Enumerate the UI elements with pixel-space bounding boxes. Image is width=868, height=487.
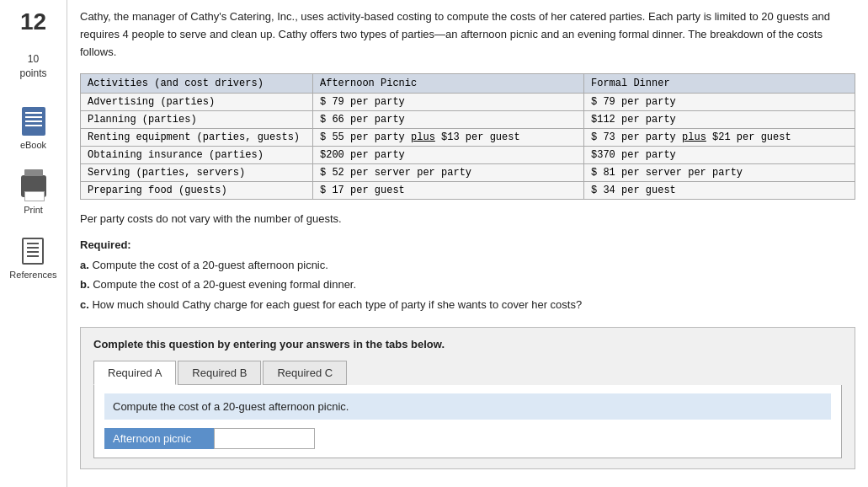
answer-input[interactable]: [214, 428, 315, 449]
sidebar-item-ebook[interactable]: eBook: [19, 106, 49, 150]
table-header-activity: Activities (and cost drivers): [81, 74, 313, 94]
complete-box-title: Complete this question by entering your …: [93, 338, 842, 351]
required-a-label: a.: [80, 259, 89, 271]
complete-question-box: Complete this question by entering your …: [80, 327, 855, 469]
tab-instruction: Compute the cost of a 20-guest afternoon…: [104, 393, 831, 420]
tab-required-c[interactable]: Required C: [263, 361, 347, 385]
references-label: References: [9, 270, 56, 280]
table-cell-activity: Planning (parties): [81, 111, 313, 129]
table-cell-afternoon: $ 66 per party: [313, 111, 584, 129]
table-cell-activity: Renting equipment (parties, guests): [81, 129, 313, 147]
table-cell-activity: Serving (parties, servers): [81, 164, 313, 182]
tab-required-a[interactable]: Required A: [93, 361, 176, 385]
answer-label: Afternoon picnic: [104, 428, 214, 449]
main-content: Cathy, the manager of Cathy's Catering, …: [67, 0, 868, 487]
sidebar: 12 10 points eBook Print References: [0, 0, 67, 487]
required-a-text: Compute the cost of a 20-guest afternoon…: [92, 259, 327, 271]
print-icon: [19, 171, 49, 201]
sidebar-item-print[interactable]: Print: [19, 171, 49, 215]
question-text: Cathy, the manager of Cathy's Catering, …: [80, 8, 855, 61]
question-number: 12: [20, 8, 46, 35]
table-header-formal: Formal Dinner: [584, 74, 855, 94]
table-cell-afternoon: $ 55 per party plus $13 per guest: [313, 129, 584, 147]
required-c-text: How much should Cathy charge for each gu…: [92, 298, 582, 311]
required-c-label: c.: [80, 298, 89, 311]
table-cell-formal: $ 79 per party: [584, 94, 855, 111]
table-cell-afternoon: $ 52 per server per party: [313, 164, 584, 182]
table-cell-afternoon: $ 17 per guest: [313, 182, 584, 200]
required-b-label: b.: [80, 278, 90, 291]
tab-content: Compute the cost of a 20-guest afternoon…: [93, 385, 842, 458]
cost-table: Activities (and cost drivers) Afternoon …: [80, 73, 855, 200]
ebook-icon: [19, 106, 49, 136]
per-party-note: Per party costs do not vary with the num…: [80, 212, 855, 225]
table-cell-activity: Preparing food (guests): [81, 182, 313, 200]
print-label: Print: [24, 205, 43, 215]
tab-required-b[interactable]: Required B: [178, 361, 261, 385]
table-cell-formal: $ 34 per guest: [584, 182, 855, 200]
table-cell-formal: $112 per party: [584, 111, 855, 129]
points-label: 10 points: [19, 52, 46, 81]
table-cell-formal: $ 81 per server per party: [584, 164, 855, 182]
ebook-label: eBook: [20, 140, 46, 150]
table-cell-activity: Advertising (parties): [81, 94, 313, 111]
required-heading: Required:: [80, 238, 131, 251]
required-b-text: Compute the cost of a 20-guest evening f…: [93, 278, 356, 291]
sidebar-item-references[interactable]: References: [9, 236, 56, 280]
table-cell-afternoon: $ 79 per party: [313, 94, 584, 111]
table-cell-formal: $ 73 per party plus $21 per guest: [584, 129, 855, 147]
references-icon: [18, 236, 48, 266]
table-header-afternoon: Afternoon Picnic: [313, 74, 584, 94]
table-cell-formal: $370 per party: [584, 147, 855, 164]
answer-row: Afternoon picnic: [104, 428, 831, 449]
table-cell-afternoon: $200 per party: [313, 147, 584, 164]
required-section: Required: a. Compute the cost of a 20-gu…: [80, 235, 855, 314]
table-cell-activity: Obtaining insurance (parties): [81, 147, 313, 164]
tabs-container: Required A Required B Required C: [93, 361, 842, 385]
